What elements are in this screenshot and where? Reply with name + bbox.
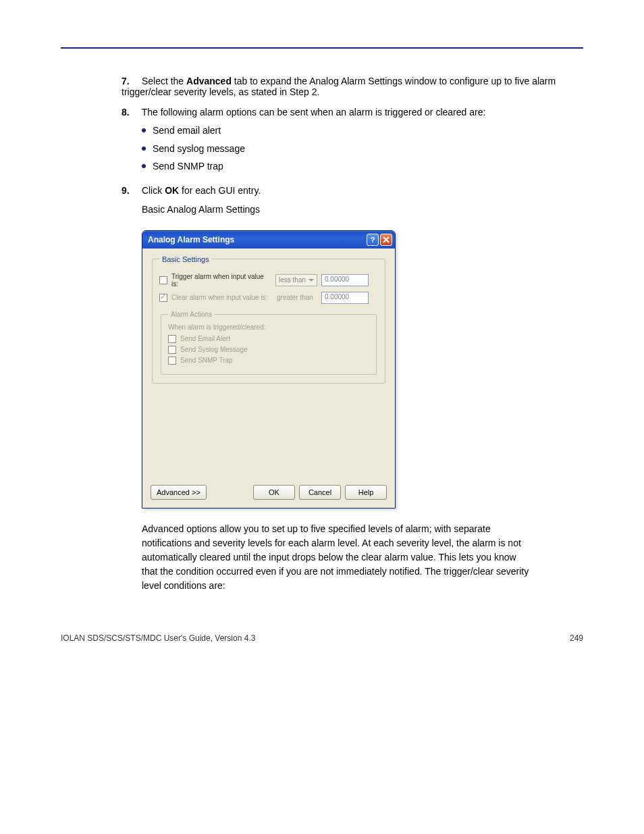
- step-7-num: 7.: [122, 76, 139, 86]
- clear-comparator-static: greater than: [275, 294, 317, 301]
- step-9-text-a: Click: [142, 185, 165, 196]
- page-footer: IOLAN SDS/SCS/STS/MDC User's Guide, Vers…: [61, 633, 583, 643]
- bullet-1-text: Send email alert: [153, 122, 221, 140]
- basic-settings-legend: Basic Settings: [159, 255, 212, 263]
- clear-label: Clear alarm when input value is:: [171, 294, 271, 301]
- step-7-text-a: Select the: [142, 76, 186, 86]
- send-syslog-checkbox[interactable]: [168, 346, 176, 354]
- step-8: 8. The following alarm options can be se…: [122, 107, 583, 118]
- action-row-syslog: Send Syslog Message: [168, 346, 369, 354]
- basic-settings-fieldset: Basic Settings Trigger alarm when input …: [152, 255, 385, 384]
- step-8-text: The following alarm options can be sent …: [142, 107, 486, 118]
- analog-alarm-dialog: Analog Alarm Settings ? Basic Settings T…: [142, 230, 396, 509]
- dialog-title: Analog Alarm Settings: [148, 235, 234, 244]
- step-9-text-b: OK: [165, 185, 182, 196]
- advanced-paragraph: Advanced options allow you to set up to …: [142, 522, 533, 593]
- send-snmp-checkbox[interactable]: [168, 357, 176, 365]
- send-email-checkbox[interactable]: [168, 335, 176, 343]
- trigger-label: Trigger alarm when input value is:: [171, 273, 271, 288]
- footer-left: IOLAN SDS/SCS/STS/MDC User's Guide, Vers…: [61, 633, 255, 643]
- basic-analog-caption: Basic Analog Alarm Settings: [142, 203, 533, 217]
- header-rule: [61, 47, 583, 49]
- step-9: 9. Click OK for each GUI entry.: [122, 185, 583, 196]
- bullet-icon: [142, 147, 146, 151]
- bullet-2-text: Send syslog message: [153, 140, 245, 158]
- action-row-snmp: Send SNMP Trap: [168, 357, 369, 365]
- bullet-icon: [142, 164, 146, 168]
- step-7: 7. Select the Advanced tab to expand the…: [122, 76, 583, 97]
- bullet-list: Send email alert Send syslog message Sen…: [142, 122, 583, 176]
- clear-checkbox[interactable]: [159, 294, 167, 302]
- clear-row: Clear alarm when input value is: greater…: [159, 292, 378, 304]
- titlebar-close-button[interactable]: [380, 234, 392, 246]
- trigger-value-input[interactable]: 0.00000: [321, 274, 369, 286]
- trigger-checkbox[interactable]: [159, 276, 167, 284]
- list-item: Send email alert: [142, 122, 583, 140]
- list-item: Send SNMP trap: [142, 157, 583, 176]
- step-9-text-c: for each GUI entry.: [182, 185, 261, 196]
- send-syslog-label: Send Syslog Message: [180, 346, 248, 353]
- footer-right: 249: [570, 633, 583, 643]
- titlebar-help-button[interactable]: ?: [367, 234, 379, 246]
- send-email-label: Send Email Alert: [180, 335, 230, 342]
- step-8-num: 8.: [122, 107, 139, 118]
- dialog-button-bar: Advanced >> OK Cancel Help: [142, 479, 395, 508]
- trigger-comparator-select[interactable]: less than: [275, 274, 317, 286]
- send-snmp-label: Send SNMP Trap: [180, 357, 233, 364]
- trigger-row: Trigger alarm when input value is: less …: [159, 273, 378, 288]
- ok-button[interactable]: OK: [253, 485, 295, 500]
- dialog-spacer: [142, 398, 395, 479]
- advanced-button[interactable]: Advanced >>: [151, 485, 207, 500]
- bullet-icon: [142, 128, 146, 132]
- close-icon: [383, 236, 390, 243]
- step-7-text-b: Advanced: [186, 76, 234, 86]
- alarm-actions-fieldset: Alarm Actions When alarm is triggered/cl…: [161, 311, 377, 375]
- clear-value-input[interactable]: 0.00000: [321, 292, 369, 304]
- step-9-num: 9.: [122, 185, 139, 196]
- alarm-actions-subtext: When alarm is triggered/cleared:: [168, 323, 369, 331]
- action-row-email: Send Email Alert: [168, 335, 369, 343]
- help-button[interactable]: Help: [345, 485, 387, 500]
- alarm-actions-legend: Alarm Actions: [168, 311, 215, 318]
- list-item: Send syslog message: [142, 140, 583, 158]
- bullet-3-text: Send SNMP trap: [153, 157, 223, 176]
- dialog-titlebar[interactable]: Analog Alarm Settings ?: [142, 231, 395, 249]
- cancel-button[interactable]: Cancel: [299, 485, 341, 500]
- trigger-comparator-value: less than: [279, 276, 306, 284]
